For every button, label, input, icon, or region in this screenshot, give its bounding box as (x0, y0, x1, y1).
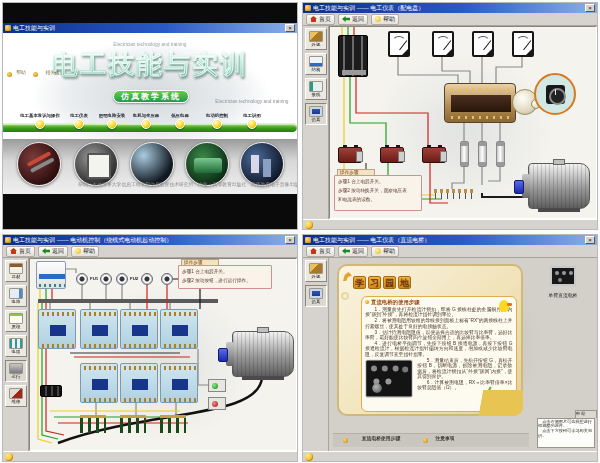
app-icon (5, 237, 11, 243)
meter-corner (402, 49, 408, 55)
window-title: 电工技能与实训 (13, 23, 283, 33)
camera-icon (9, 363, 23, 374)
sidebar-simulation-button[interactable]: 仿真 (305, 285, 327, 307)
home-button[interactable]: 首页 (306, 246, 335, 257)
help-text: 点击右侧图片可选择想进行细观察的器件。点击下方按钮可学习相关知识。 (538, 419, 593, 438)
sidebar-equipment-button[interactable]: 器材 (5, 260, 27, 282)
dc-bridge-window: 电工技能与实训 —— 电工仪表（直流电桥） × 首页 返回 帮助 外观 仿真 学… (302, 234, 598, 462)
back-button[interactable]: 返回 (338, 246, 368, 257)
circuit-breaker[interactable] (36, 261, 66, 289)
menu-orb-button[interactable] (212, 119, 222, 129)
stop-button-panel[interactable] (208, 397, 226, 410)
view-sidebar: 外观 仿真 (303, 258, 329, 451)
fuse (116, 273, 128, 285)
sidebar-appearance-button[interactable]: 外观 (305, 260, 327, 282)
current-transformer (380, 147, 404, 163)
close-button[interactable]: × (585, 4, 595, 12)
starting-resistor-bank (80, 415, 106, 433)
content-text: 直流电桥的使用步骤 1．测量前先打开检流计锁扣，即将 G 接线柱处的金属铜片由“… (365, 300, 512, 391)
contactor (80, 309, 118, 349)
simulation-canvas: FU1 FU2 操作步骤 步骤1 合上电源开关。 步骤2 按动按钮，进行运行操作… (29, 258, 297, 451)
menu-orb-button[interactable] (175, 119, 185, 129)
cautions-link[interactable]: 注意事项 (423, 435, 461, 446)
close-button[interactable]: × (285, 236, 295, 244)
menu-orb-button[interactable] (247, 119, 257, 129)
home-button[interactable]: 首页 (6, 246, 35, 257)
fuse-cartridge (478, 141, 487, 167)
back-arrow-icon (342, 16, 350, 22)
close-button[interactable]: × (285, 24, 295, 32)
device-thumbnail[interactable] (550, 266, 576, 286)
view-sidebar: 外观 结构 接线 仿真 (303, 26, 329, 219)
wiring-icon (309, 81, 323, 92)
analog-meter (512, 31, 534, 57)
usage-steps-link[interactable]: 直流电桥使用步骤 (343, 435, 413, 446)
circuit-icon (9, 288, 23, 299)
photo-band: 研制：大连海事大学信息工程学院信息教育技术研究所 出版：高等教育出版社 高等教育… (3, 139, 297, 194)
content-card: 直流电桥的使用步骤 1．测量前先打开检流计锁扣，即将 G 接线柱处的金属铜片由“… (361, 296, 517, 412)
home-icon (310, 248, 317, 254)
help-button[interactable]: 帮助 (371, 14, 399, 25)
window-title: 电工技能与实训 —— 电动机控制（绕线式电动机起动控制） (13, 235, 283, 245)
rotary-changeover-switch[interactable] (444, 83, 516, 123)
flower-decoration (499, 396, 511, 408)
help-button[interactable]: 帮助 (71, 246, 99, 257)
learning-panel: 学 习 园 地 直流电桥的使用步骤 1．测量前先打开检流计锁扣，即将 G 接线柱… (337, 264, 523, 416)
circuit-breaker[interactable] (338, 35, 368, 77)
menu-orb-button[interactable] (35, 119, 45, 129)
switchboard-window: 电工技能与实训 —— 电工仪表（配电盘） × 首页 返回 帮助 外观 结构 接线… (302, 2, 598, 230)
operation-steps-note: 操作步骤 步骤1 合上电源开关。 步骤2 按动按钮，进行运行操作。 (178, 265, 272, 289)
tools-icon (9, 388, 23, 399)
contactor (38, 309, 76, 349)
simulation-canvas: 操作步骤 步骤1 合上电源开关。 步骤2 按动转换开关，观察电压表 和电流表的读… (329, 26, 597, 219)
monitor-icon (309, 288, 323, 299)
sidebar-simulation-button[interactable]: 仿真 (305, 103, 327, 125)
sidebar-circuit-button[interactable]: 电路 (5, 285, 27, 307)
help-note: 点击右侧图片可选择想进行细观察的器件。点击下方按钮可学习相关知识。 (537, 418, 595, 448)
splash-body: Electrician technology and training 帮助 相… (3, 33, 297, 194)
analog-meter (472, 31, 494, 57)
start-button-panel[interactable] (208, 379, 226, 392)
sidebar-resistor-button[interactable]: 电阻 (5, 335, 27, 357)
window-title: 电工技能与实训 —— 电工仪表（配电盘） (313, 3, 583, 13)
step-paragraph: 1．测量前先打开检流计锁扣，即将 G 接线柱处的金属铜片由“内接”拨到“外接”，… (365, 307, 512, 318)
sidebar-run-button[interactable]: 运行 (5, 360, 27, 382)
sidebar-structure-button[interactable]: 结构 (305, 53, 327, 75)
magnifier-callout (534, 73, 576, 115)
sidebar-repair-button[interactable]: 维修 (5, 385, 27, 407)
back-arrow-icon (42, 248, 50, 254)
sidebar-wiring-button[interactable]: 接线 (305, 78, 327, 100)
sidebar-principle-button[interactable]: 原理 (5, 310, 27, 332)
current-transformer (422, 147, 446, 163)
current-transformer (338, 147, 362, 163)
help-icon (375, 16, 381, 22)
help-button[interactable]: 帮助 (371, 246, 399, 257)
green-button-icon (212, 383, 218, 389)
fuse (141, 273, 153, 285)
brand-title: 电工技能与实训 (3, 47, 297, 82)
home-button[interactable]: 首页 (306, 14, 335, 25)
step-paragraph: 4．进行电桥平衡调节，先按下按钮 B 接通电源，再按下按钮 G 接通检流计，根据… (365, 341, 512, 357)
letterbox-top (3, 3, 297, 23)
status-bar (303, 219, 597, 229)
help-note-tab: 帮 助 (575, 410, 597, 418)
resistor-bank-icon (9, 338, 23, 349)
back-button[interactable]: 返回 (338, 14, 368, 25)
menu-orb-button[interactable] (74, 119, 84, 129)
topic-links-bar: 直流电桥使用步骤 注意事项 (333, 433, 529, 447)
app-icon (305, 237, 311, 243)
sidebar-appearance-button[interactable]: 外观 (305, 28, 327, 50)
close-button[interactable]: × (585, 236, 595, 244)
menu-orb-button[interactable] (141, 119, 151, 129)
fuse-label: FU1 (90, 276, 98, 281)
step-paragraph: 3．估计待测电阻阻值，以便选择合适的比较臂与比率臂，选好比率臂，最好能使比较臂四… (365, 329, 512, 340)
window-body: 器材 电路 原理 电阻 运行 维修 (3, 258, 297, 451)
back-button[interactable]: 返回 (38, 246, 68, 257)
note-text: 步骤1 合上电源开关。 步骤2 按动按钮，进行运行操作。 (179, 266, 271, 287)
view-sidebar: 器材 电路 原理 电阻 运行 维修 (3, 258, 29, 451)
contactor (120, 309, 158, 349)
mascot-icon (305, 221, 313, 229)
bullet-icon (365, 300, 369, 304)
menu-orb-button[interactable] (107, 119, 117, 129)
starting-resistor-bank (120, 415, 146, 433)
